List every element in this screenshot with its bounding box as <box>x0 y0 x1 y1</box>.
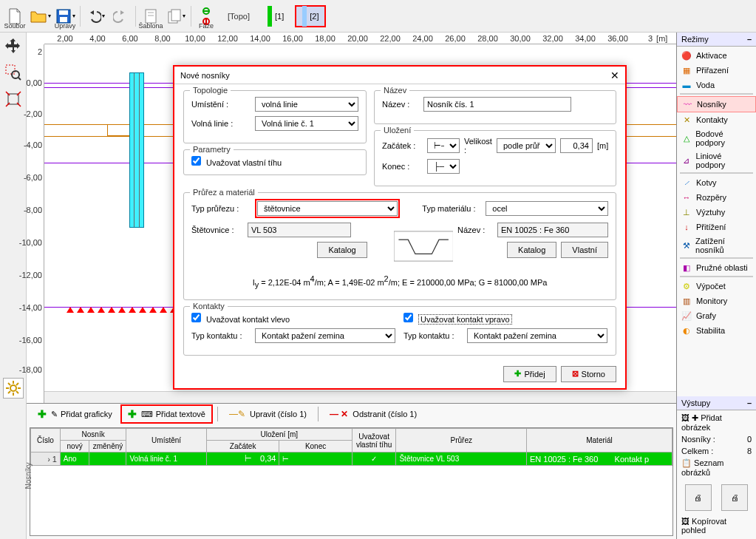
contacts-fieldset: Kontakty Uvažovat kontakt vlevo Typ kont… <box>183 306 616 356</box>
mode-rozpěry[interactable]: ↔Rozpěry <box>677 190 756 205</box>
custom-button[interactable]: Vlastní <box>561 242 608 258</box>
print-button-2[interactable]: 🖨 <box>721 484 748 511</box>
svg-rect-2 <box>60 17 67 22</box>
mode-monitory[interactable]: ▥Monitory <box>677 294 756 308</box>
contact-right-type[interactable]: Kontakt pažení zemina <box>467 328 607 343</box>
svg-rect-7 <box>171 10 180 21</box>
mode-kotvy[interactable]: ⟋Kotvy <box>677 175 756 190</box>
copy-button[interactable]: ▾ <box>164 3 188 30</box>
svg-line-22 <box>16 391 18 393</box>
size-mode-select[interactable]: podle průřezu <box>497 138 556 153</box>
mode-pružné-oblasti[interactable]: ◧Pružné oblasti <box>677 260 756 275</box>
bottom-panel: ✚✎ Přidat graficky ✚⌨ Přidat textově —✎U… <box>27 403 676 539</box>
svg-line-21 <box>8 383 10 385</box>
contact-left-type[interactable]: Kontakt pažení zemina <box>255 328 395 343</box>
sheetpile-display <box>248 223 351 237</box>
phase-topo[interactable]: [Topo] <box>221 5 256 27</box>
placement-fieldset: Uložení Začátek : ⊢─ Velikost : podle pr… <box>374 130 616 186</box>
bottom-toolbar: ✚✎ Přidat graficky ✚⌨ Přidat textově —✎U… <box>27 404 676 424</box>
mode-výpočet[interactable]: ⚙Výpočet <box>677 279 756 294</box>
section-type-select[interactable]: štětovnice <box>257 201 398 216</box>
beam-graphic[interactable] <box>129 72 144 228</box>
th-location: Umístění <box>126 429 206 452</box>
cancel-button[interactable]: ⊠ Storno <box>561 366 616 382</box>
th-beam: Nosník <box>60 429 126 441</box>
right-panel: Režimy– 🔴Aktivace▦Přiřazení▬Voda〰Nosníky… <box>676 33 756 539</box>
topology-fieldset: Topologie Umístění : volná linie Volná l… <box>183 90 367 143</box>
contact-left-checkbox[interactable]: Uvažovat kontakt vlevo <box>191 315 290 324</box>
th-placement: Uložení [m] <box>206 429 352 441</box>
catalog-left-button[interactable]: Katalog <box>317 242 367 258</box>
th-section: Průřez <box>396 429 527 452</box>
mode-aktivace[interactable]: 🔴Aktivace <box>677 48 756 63</box>
svg-point-13 <box>12 71 19 78</box>
material-type-select[interactable]: ocel <box>486 201 608 216</box>
mode-bodové-podpory[interactable]: △Bodové podpory <box>677 127 756 149</box>
copy-view-button[interactable]: 🖼 Kopírovat pohled <box>677 515 756 539</box>
template-button[interactable]: Šablona <box>139 3 163 30</box>
scrollbar[interactable] <box>44 391 676 403</box>
add-graphically-button[interactable]: ✚✎ Přidat graficky <box>31 405 119 423</box>
catalog-right-button[interactable]: Katalog <box>507 242 556 258</box>
material-display <box>497 223 608 237</box>
save-file-button[interactable]: ▾ Úpravy <box>53 3 77 30</box>
svg-rect-3 <box>146 10 156 23</box>
beam-table[interactable]: Číslo Nosník Umístění Uložení [m] Uvažov… <box>30 427 673 536</box>
modes-list: 🔴Aktivace▦Přiřazení▬Voda〰Nosníky✕Kontakt… <box>677 47 756 339</box>
mode-voda[interactable]: ▬Voda <box>677 78 756 92</box>
edit-button[interactable]: —✎Upravit (číslo 1) <box>222 406 313 422</box>
freeline-select[interactable]: Volná linie č. 1 <box>255 116 358 131</box>
phase-1[interactable]: [1] <box>261 5 290 27</box>
svg-rect-1 <box>59 10 68 15</box>
section-properties: Iy = 2,12E-04 m4/m; A = 1,49E-02 m2/m; E… <box>191 274 608 289</box>
th-selfw: Uvažovat vlastní tíhu <box>352 429 396 452</box>
new-beams-dialog: Nové nosníky ✕ Topologie Umístění : voln… <box>173 65 627 390</box>
image-list-button[interactable]: 📋 Seznam obrázků <box>681 458 752 477</box>
svg-line-14 <box>18 78 21 80</box>
undo-button[interactable]: ▾ <box>84 3 107 30</box>
mode-stabilita[interactable]: ◐Stabilita <box>677 323 756 338</box>
params-fieldset: Parametry Uvažovat vlastní tíhu <box>183 149 367 175</box>
open-file-button[interactable]: ▾ <box>28 3 52 30</box>
table-row[interactable]: › 1 Ano Volná linie č. 1 ⊢ 0,34 ⊢ ✓ Štět… <box>31 452 672 466</box>
name-fieldset: Název Název : <box>374 90 616 124</box>
move-tool[interactable] <box>3 35 24 56</box>
remove-button[interactable]: — ✕Odstranit (číslo 1) <box>323 406 423 422</box>
svg-line-24 <box>8 391 10 393</box>
mode-liniové-podpory[interactable]: ⊿Liniové podpory <box>677 149 756 172</box>
fit-tool[interactable] <box>3 89 24 109</box>
start-symbol-select[interactable]: ⊢─ <box>427 138 460 153</box>
supports <box>67 307 188 313</box>
settings-button[interactable] <box>3 378 24 399</box>
end-symbol-select[interactable]: ├─ <box>427 159 460 174</box>
svg-point-16 <box>10 385 16 391</box>
mode-výztuhy[interactable]: ⊥Výztuhy <box>677 205 756 220</box>
mode-grafy[interactable]: 📈Grafy <box>677 308 756 323</box>
new-file-button[interactable]: Soubor <box>3 3 27 30</box>
contact-right-checkbox[interactable]: Uvažovat kontakt vpravo <box>403 315 512 324</box>
section-fieldset: Průřez a materiál Typ průřezu : štětovni… <box>183 192 616 300</box>
self-weight-checkbox[interactable]: Uvažovat vlastní tíhu <box>191 158 282 167</box>
close-icon[interactable]: ✕ <box>610 70 619 81</box>
add-textually-button[interactable]: ✚⌨ Přidat textově <box>120 404 213 424</box>
mode-přitížení[interactable]: ↓Přitížení <box>677 220 756 234</box>
mode-kontakty[interactable]: ✕Kontakty <box>677 112 756 127</box>
size-input[interactable] <box>560 138 593 153</box>
add-button[interactable]: ✚ Přidej <box>503 366 556 382</box>
phase-2[interactable]: [2] <box>295 5 326 27</box>
add-image-button[interactable]: 🖼 ✚ Přidat obrázek <box>681 413 752 432</box>
side-tab-label: Nosníky <box>24 462 33 489</box>
th-material: Materiál <box>527 429 672 452</box>
mode-přiřazení[interactable]: ▦Přiřazení <box>677 63 756 78</box>
svg-rect-15 <box>8 94 18 104</box>
mode-zatížení-nosníků[interactable]: ⚒Zatížení nosníků <box>677 234 756 257</box>
location-select[interactable]: volná linie <box>255 97 358 112</box>
mode-nosníky[interactable]: 〰Nosníky <box>677 96 756 112</box>
top-toolbar: Soubor ▾ ▾ Úpravy ▾ Šablona ▾ Fáze [Topo… <box>0 0 756 33</box>
print-button-1[interactable]: 🖨 <box>685 484 712 511</box>
svg-line-23 <box>16 383 18 385</box>
phase-button[interactable]: Fáze <box>194 3 218 30</box>
redo-button[interactable] <box>109 3 132 30</box>
zoom-tool[interactable] <box>3 62 24 83</box>
beam-name-input[interactable] <box>423 97 571 112</box>
